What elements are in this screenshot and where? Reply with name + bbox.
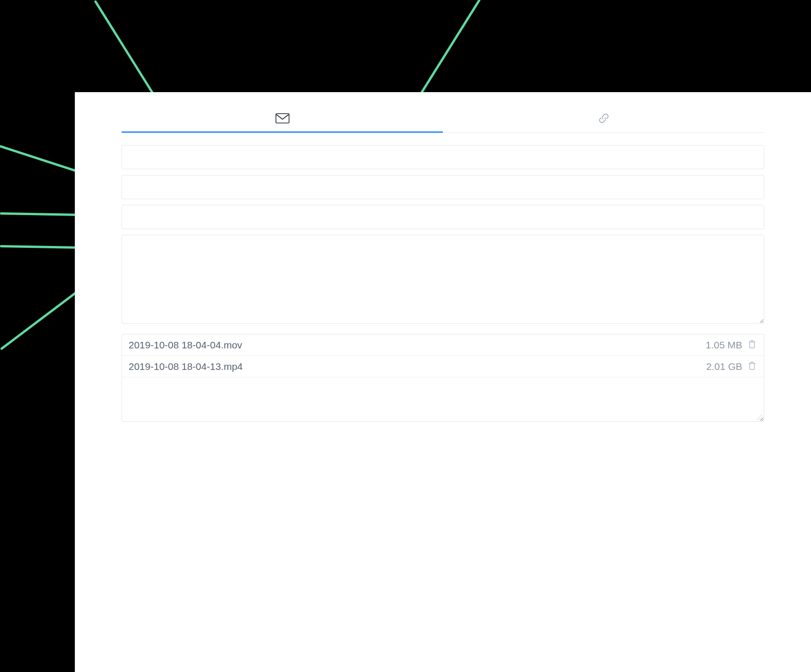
tab-link[interactable]: [443, 108, 764, 132]
file-name: 2019-10-08 18-04-13.mp4: [129, 361, 706, 372]
your-email-field[interactable]: [122, 175, 764, 199]
file-name: 2019-10-08 18-04-04.mov: [129, 340, 706, 351]
envelope-icon: [275, 113, 290, 123]
tab-bar: [122, 108, 764, 133]
trash-icon: [748, 361, 756, 372]
attachment-row: 2019-10-08 18-04-13.mp4 2.01 GB: [122, 356, 764, 377]
trash-icon: [748, 340, 756, 350]
send-panel: 2019-10-08 18-04-04.mov 1.05 MB 2019-10-…: [75, 92, 811, 672]
resize-handle-icon: [756, 414, 763, 420]
delete-attachment-button[interactable]: [747, 339, 757, 351]
to-field[interactable]: [122, 145, 764, 169]
attachment-row: 2019-10-08 18-04-04.mov 1.05 MB: [122, 334, 764, 356]
svg-rect-0: [276, 114, 289, 123]
file-size: 1.05 MB: [706, 340, 742, 351]
message-field[interactable]: [122, 235, 764, 324]
tab-email[interactable]: [122, 108, 443, 132]
attachments-list: 2019-10-08 18-04-04.mov 1.05 MB 2019-10-…: [122, 334, 764, 422]
link-icon: [598, 113, 609, 124]
delete-attachment-button[interactable]: [747, 360, 757, 373]
file-size: 2.01 GB: [706, 361, 742, 372]
subject-field[interactable]: [122, 205, 764, 229]
